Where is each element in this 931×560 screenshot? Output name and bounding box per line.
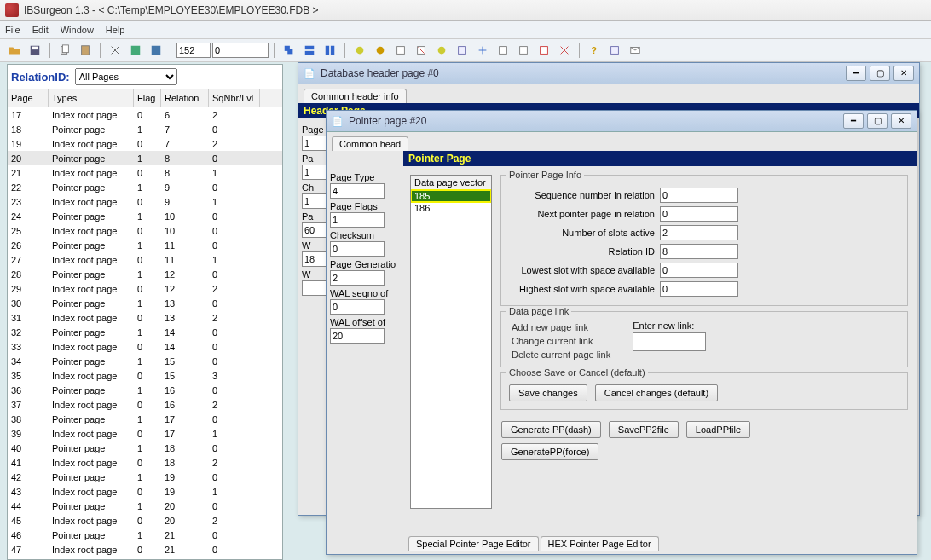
data-page-vector-list[interactable]: Data page vector 185186 bbox=[410, 175, 492, 509]
tool-icon-a[interactable] bbox=[350, 41, 369, 60]
cut-icon[interactable] bbox=[106, 41, 124, 60]
slots-input[interactable] bbox=[660, 225, 738, 240]
tool-icon-e[interactable] bbox=[432, 41, 451, 60]
table-row[interactable]: 17Index root page062 bbox=[8, 107, 282, 122]
table-row[interactable]: 21Index root page081 bbox=[8, 165, 282, 180]
table-row[interactable]: 39Index root page0171 bbox=[8, 426, 282, 441]
high-input[interactable] bbox=[660, 281, 738, 297]
tab-hex-pointer-editor[interactable]: HEX Pointer Page Editor bbox=[541, 536, 659, 551]
table-row[interactable]: 23Index root page091 bbox=[8, 194, 282, 209]
col-sqnbrlvl[interactable]: SqNbr/Lvl bbox=[209, 89, 260, 107]
add-new-page-link[interactable]: Add new page link bbox=[506, 320, 616, 334]
table-row[interactable]: 18Pointer page170 bbox=[8, 122, 282, 136]
tool-icon-1[interactable] bbox=[126, 41, 145, 60]
table-row[interactable]: 34Pointer page1150 bbox=[8, 354, 282, 368]
table-row[interactable]: 46Pointer page1210 bbox=[8, 528, 282, 542]
minimize-button[interactable]: ━ bbox=[843, 113, 864, 129]
save-icon[interactable] bbox=[26, 41, 44, 60]
table-row[interactable]: 32Pointer page1140 bbox=[8, 325, 282, 339]
grid-body[interactable]: 17Index root page06218Pointer page17019I… bbox=[8, 107, 282, 560]
paste-icon[interactable] bbox=[76, 41, 95, 60]
mail-icon[interactable] bbox=[626, 41, 645, 60]
minimize-button[interactable]: ━ bbox=[846, 66, 866, 81]
table-row[interactable]: 37Index root page0162 bbox=[8, 397, 282, 412]
tile-v-icon[interactable] bbox=[321, 41, 339, 60]
seq-input[interactable] bbox=[660, 188, 738, 203]
next-input[interactable] bbox=[660, 206, 738, 222]
table-row[interactable]: 30Pointer page1130 bbox=[8, 296, 282, 310]
table-row[interactable]: 35Index root page0153 bbox=[8, 368, 282, 383]
table-row[interactable]: 40Pointer page1180 bbox=[8, 441, 282, 455]
table-row[interactable]: 47Index root page0210 bbox=[8, 542, 282, 557]
col-types[interactable]: Types bbox=[49, 89, 134, 107]
tool-icon-d[interactable] bbox=[412, 41, 431, 60]
save-pp2file-button[interactable]: SavePP2file bbox=[609, 421, 679, 438]
tool-icon-k[interactable] bbox=[555, 41, 574, 60]
list-item[interactable]: 185 bbox=[411, 190, 491, 202]
load-ppfile-button[interactable]: LoadPPfile bbox=[686, 421, 750, 438]
tool-icon-i[interactable] bbox=[514, 41, 533, 60]
ptr-walseq-input[interactable] bbox=[330, 299, 385, 315]
delete-current-page-link[interactable]: Delete current page link bbox=[506, 348, 616, 361]
low-input[interactable] bbox=[660, 263, 738, 278]
cancel-changes-button[interactable]: Cancel changes (default) bbox=[595, 384, 718, 401]
table-row[interactable]: 41Index root page0182 bbox=[8, 455, 282, 470]
table-row[interactable]: 36Pointer page1160 bbox=[8, 383, 282, 397]
tool-icon-2[interactable] bbox=[147, 41, 165, 60]
tool-icon-f[interactable] bbox=[453, 41, 471, 60]
table-row[interactable]: 25Index root page0100 bbox=[8, 223, 282, 238]
close-button[interactable]: ✕ bbox=[893, 66, 914, 81]
save-changes-button[interactable]: Save changes bbox=[509, 384, 587, 401]
generate-pp-dash-button[interactable]: Generate PP(dash) bbox=[501, 421, 601, 438]
change-current-link[interactable]: Change current link bbox=[506, 334, 616, 348]
info-icon[interactable] bbox=[605, 41, 624, 60]
table-row[interactable]: 42Pointer page1190 bbox=[8, 470, 282, 484]
table-row[interactable]: 31Index root page0132 bbox=[8, 310, 282, 325]
pointer-page-window[interactable]: 📄 Pointer page #20 ━ ▢ ✕ Common head Poi… bbox=[326, 110, 917, 555]
table-row[interactable]: 24Pointer page1100 bbox=[8, 209, 282, 223]
close-button[interactable]: ✕ bbox=[891, 113, 911, 129]
table-row[interactable]: 44Pointer page1200 bbox=[8, 499, 282, 513]
maximize-button[interactable]: ▢ bbox=[870, 66, 890, 81]
tool-icon-b[interactable] bbox=[371, 41, 390, 60]
table-row[interactable]: 38Pointer page1170 bbox=[8, 412, 282, 426]
toolbar-num1[interactable] bbox=[176, 43, 211, 58]
tool-icon-c[interactable] bbox=[391, 41, 410, 60]
tab-special-pointer-editor[interactable]: Special Pointer Page Editor bbox=[408, 536, 539, 551]
list-item[interactable]: 186 bbox=[411, 202, 491, 214]
table-row[interactable]: 26Pointer page1110 bbox=[8, 238, 282, 252]
table-row[interactable]: 28Pointer page1120 bbox=[8, 267, 282, 281]
help-icon[interactable]: ? bbox=[585, 41, 604, 60]
tool-icon-j[interactable] bbox=[535, 41, 553, 60]
table-row[interactable]: 20Pointer page180 bbox=[8, 151, 282, 165]
table-row[interactable]: 33Index root page0140 bbox=[8, 339, 282, 354]
tool-icon-h[interactable] bbox=[494, 41, 512, 60]
tile-h-icon[interactable] bbox=[300, 41, 319, 60]
enter-link-input[interactable] bbox=[633, 332, 706, 351]
cascade-icon[interactable] bbox=[280, 41, 298, 60]
menu-file[interactable]: File bbox=[5, 25, 20, 35]
col-relation[interactable]: Relation bbox=[161, 89, 209, 107]
col-flag[interactable]: Flag bbox=[134, 89, 161, 107]
tab-common-head[interactable]: Common head bbox=[332, 136, 408, 151]
table-row[interactable]: 27Index root page0111 bbox=[8, 252, 282, 267]
copy-icon[interactable] bbox=[55, 41, 74, 60]
menu-window[interactable]: Window bbox=[61, 25, 94, 35]
table-row[interactable]: 19Index root page072 bbox=[8, 136, 282, 151]
ptr-pagegen-input[interactable] bbox=[330, 270, 385, 286]
col-page[interactable]: Page bbox=[8, 89, 49, 107]
ptr-pageflags-input[interactable] bbox=[330, 212, 385, 228]
menu-help[interactable]: Help bbox=[106, 25, 125, 35]
menu-edit[interactable]: Edit bbox=[32, 25, 49, 35]
tool-icon-g[interactable] bbox=[473, 41, 492, 60]
table-row[interactable]: 22Pointer page190 bbox=[8, 180, 282, 194]
table-row[interactable]: 43Index root page0191 bbox=[8, 484, 282, 499]
ptr-waloff-input[interactable] bbox=[330, 328, 385, 344]
tab-common-header-info[interactable]: Common header info bbox=[304, 89, 407, 103]
open-icon[interactable] bbox=[5, 41, 24, 60]
table-row[interactable]: 45Index root page0202 bbox=[8, 513, 282, 528]
toolbar-num2[interactable] bbox=[212, 43, 269, 58]
relation-select[interactable]: All Pages bbox=[75, 68, 177, 85]
generate-pp-force-button[interactable]: GeneratePP(force) bbox=[501, 443, 598, 460]
ptr-checksum-input[interactable] bbox=[330, 241, 385, 257]
